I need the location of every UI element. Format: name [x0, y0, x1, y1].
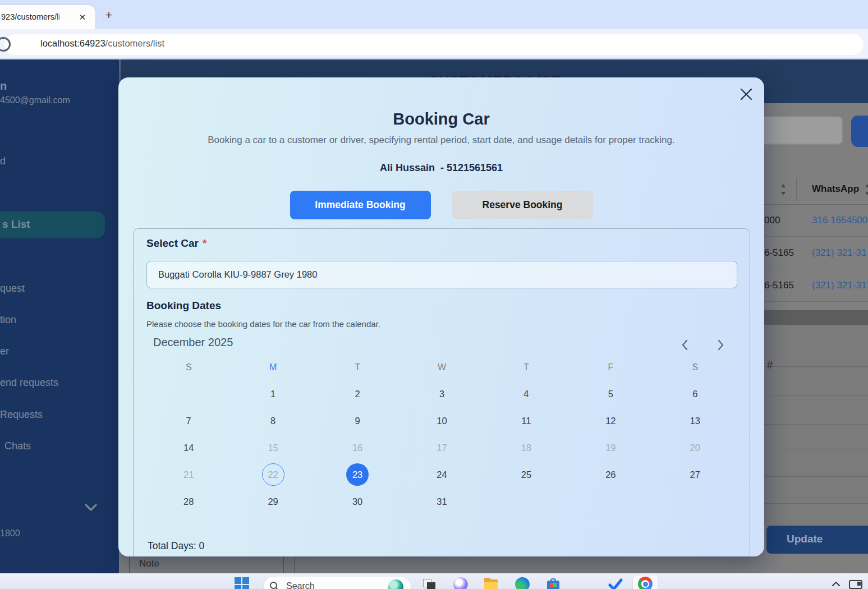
update-button[interactable]: Update [766, 526, 868, 554]
immediate-booking-button[interactable]: Immediate Booking [290, 191, 431, 219]
note-label: Note [139, 558, 159, 569]
tab-close-icon[interactable]: ✕ [76, 11, 89, 24]
active-app-background[interactable] [633, 576, 658, 589]
background-search-button[interactable] [851, 116, 868, 147]
calendar-day-30[interactable]: 30 [346, 490, 369, 513]
whatsapp-link[interactable]: (321) 321-31 [812, 280, 866, 291]
sidebar-item-send-requests[interactable]: end requests [0, 377, 58, 389]
calendar-day-2[interactable]: 2 [346, 383, 369, 405]
calendar-day-26[interactable]: 26 [599, 463, 622, 486]
whatsapp-link[interactable]: 316 1654500 [812, 215, 867, 226]
modal-title: Booking Car [118, 110, 764, 128]
sidebar-item-customers-list[interactable]: s List [0, 211, 105, 238]
calendar-day-24[interactable]: 24 [430, 463, 453, 486]
calendar-empty-cell [177, 383, 200, 405]
sidebar-item-requests[interactable]: Requests [0, 409, 43, 421]
sort-icon[interactable] [863, 183, 868, 196]
calendar-day-6[interactable]: 6 [684, 383, 706, 405]
calendar-day-27[interactable]: 27 [684, 463, 706, 486]
sidebar-user-name: n [0, 80, 7, 93]
close-icon[interactable] [738, 86, 754, 102]
required-asterisk: * [203, 237, 206, 249]
calendar-day-19[interactable]: 19 [599, 436, 622, 459]
calendar-prev-icon[interactable] [678, 338, 692, 352]
calendar-day-25[interactable]: 25 [515, 463, 538, 486]
new-tab-button[interactable]: + [102, 8, 116, 22]
booking-car-modal: Booking Car Booking a car to a customer … [118, 77, 764, 556]
task-view-icon[interactable] [422, 577, 437, 589]
calendar-day-18[interactable]: 18 [515, 436, 538, 459]
calendar-day-14[interactable]: 14 [177, 436, 200, 459]
whatsapp-column-header[interactable]: WhatsApp [812, 183, 859, 195]
calendar-empty-cell [684, 490, 706, 513]
modal-subtitle: Booking a car to a customer or driver, s… [118, 135, 764, 146]
sidebar: n 4500@gmail.com d s List quest tion er … [0, 59, 119, 573]
calendar-day-20[interactable]: 20 [684, 436, 706, 459]
calendar-day-28[interactable]: 28 [177, 490, 200, 513]
taskbar: Search [0, 573, 868, 589]
calendar-day-8[interactable]: 8 [262, 409, 284, 432]
sidebar-collapse-chevron-icon[interactable] [83, 503, 99, 513]
phone-cell: 6-5165 [764, 247, 794, 259]
calendar-day-11[interactable]: 11 [515, 409, 538, 432]
calendar-weekday: M [269, 362, 277, 372]
calendar-day-21[interactable]: 21 [177, 463, 200, 486]
calendar-day-31[interactable]: 31 [430, 490, 453, 513]
taskbar-search[interactable]: Search [264, 577, 411, 589]
calendar-day-5[interactable]: 5 [599, 383, 622, 405]
sidebar-item-er[interactable]: er [0, 346, 9, 357]
booking-form-panel: Select Car* Booking Dates Please choose … [133, 228, 750, 556]
calendar-next-icon[interactable] [713, 338, 728, 352]
calendar-day-7[interactable]: 7 [177, 409, 200, 432]
tray-chevron-up-icon[interactable] [832, 581, 841, 587]
select-car-input[interactable] [146, 261, 737, 288]
calendar-month-label: December 2025 [153, 336, 233, 349]
calendar-day-1[interactable]: 1 [262, 383, 284, 405]
phone-cell: 000 [764, 215, 780, 226]
calendar-day-3[interactable]: 3 [430, 383, 453, 405]
browser-tab[interactable]: 923/customers/list ✕ [0, 5, 95, 29]
calendar-empty-cell [599, 490, 622, 513]
reserve-booking-button[interactable]: Reserve Booking [452, 191, 593, 219]
chrome-active-icon[interactable] [638, 577, 653, 589]
sidebar-footer-number: 1800 [0, 528, 20, 539]
total-days-label: Total Days: 0 [148, 540, 204, 552]
address-bar[interactable]: localhost:64923/customers/list [4, 34, 864, 55]
calendar-day-29[interactable]: 29 [262, 490, 284, 513]
search-highlights-icon [388, 579, 403, 589]
calendar-weekday: S [692, 362, 698, 372]
tab-title: 923/customers/list [1, 12, 59, 21]
form-divider [294, 555, 295, 573]
sidebar-item-chats[interactable]: Chats [4, 440, 31, 452]
whatsapp-link[interactable]: (321) 321-31 [812, 247, 866, 259]
sidebar-item-request[interactable]: quest [0, 283, 25, 294]
calendar-day-15[interactable]: 15 [262, 436, 284, 459]
calendar-day-16[interactable]: 16 [346, 436, 369, 459]
edge-icon[interactable] [515, 577, 530, 589]
copilot-icon[interactable] [453, 577, 468, 589]
sidebar-item-section[interactable]: tion [0, 314, 16, 326]
calendar-day-12[interactable]: 12 [599, 409, 622, 432]
customer-line: Ali Hussain - 5121561561 [118, 162, 764, 174]
site-info-icon[interactable] [0, 37, 11, 52]
calendar-day-22[interactable]: 22 [262, 463, 284, 486]
calendar-day-23[interactable]: 23 [346, 463, 369, 486]
select-car-label: Select Car* [146, 237, 206, 250]
calendar-day-17[interactable]: 17 [430, 436, 453, 459]
tray-monitor-icon[interactable] [849, 580, 862, 589]
calendar-day-4[interactable]: 4 [515, 383, 538, 405]
microsoft-store-icon[interactable] [546, 577, 561, 589]
calendar-day-9[interactable]: 9 [346, 409, 369, 432]
table-column-divider [796, 178, 797, 201]
calendar-day-13[interactable]: 13 [684, 409, 706, 432]
sort-icon[interactable] [779, 183, 788, 196]
file-explorer-icon[interactable] [484, 577, 498, 589]
hash-column-header: # [767, 360, 773, 371]
browser-toolbar: localhost:64923/customers/list [0, 29, 868, 59]
blue-check-app-icon[interactable] [608, 577, 623, 589]
sidebar-item-dashboard[interactable]: d [0, 155, 6, 167]
sidebar-item-label: s List [2, 218, 30, 231]
windows-start-icon[interactable] [235, 577, 249, 589]
booking-dates-hint: Please choose the booking dates for the … [146, 319, 380, 329]
calendar-day-10[interactable]: 10 [430, 409, 453, 432]
